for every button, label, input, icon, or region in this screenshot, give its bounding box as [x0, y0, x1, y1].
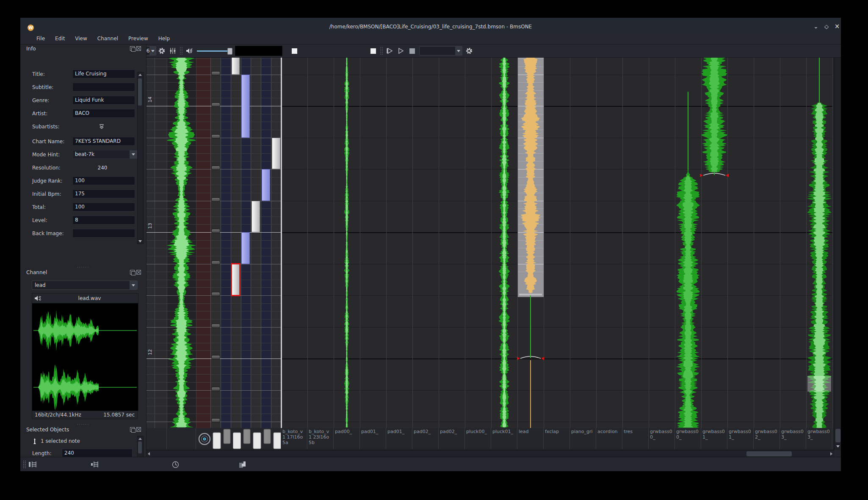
field-input-modehint[interactable]: beat-7k	[72, 150, 138, 159]
beat-pill-note[interactable]	[211, 387, 220, 391]
menu-help[interactable]: Help	[153, 34, 175, 43]
volume-slider-handle[interactable]	[227, 48, 232, 55]
stop-preview-button[interactable]	[289, 46, 299, 56]
note-blue[interactable]	[241, 232, 250, 264]
channel-label-pluck00_[interactable]: pluck00_	[465, 428, 491, 449]
note-white[interactable]	[272, 138, 280, 169]
preview-device-combo[interactable]	[419, 46, 462, 56]
field-input-artist[interactable]: BACO	[72, 109, 135, 118]
key-lane-3[interactable]	[231, 57, 241, 428]
toolbar-drag-handle[interactable]	[23, 460, 26, 469]
measure-view-button[interactable]	[28, 459, 38, 469]
beat-pill-note[interactable]	[211, 418, 220, 422]
channel-label-piano_gri[interactable]: piano_gri	[570, 428, 596, 449]
channel-label-grwbass02_[interactable]: grwbass02_	[754, 428, 780, 449]
info-panel-scrollbar[interactable]	[137, 72, 144, 244]
channel-label-pad02_[interactable]: pad02_	[412, 428, 439, 449]
menu-preview[interactable]: Preview	[123, 34, 153, 43]
beat-pill-note[interactable]	[211, 324, 220, 328]
field-input-chartname[interactable]: 7KEYS STANDARD	[72, 137, 135, 146]
menu-channel[interactable]: Channel	[92, 34, 123, 43]
beat-pill-note[interactable]	[211, 355, 220, 359]
key-lane-5[interactable]	[251, 57, 261, 428]
field-input-title[interactable]: Life Cruising	[72, 69, 135, 78]
grid-settings-button[interactable]	[157, 46, 167, 56]
channel-label-pad02_[interactable]: pad02_	[439, 428, 465, 449]
beat-pill-note[interactable]	[211, 166, 220, 170]
float-panel-icon[interactable]	[130, 46, 135, 51]
channel-label-grwbass03_[interactable]: grwbass03_	[780, 428, 806, 449]
key-lane-7[interactable]	[271, 57, 282, 428]
channel-label-b_koto_v1 23l16o5b[interactable]: b_koto_v1 23l16o5b	[307, 428, 334, 449]
panel-splitter[interactable]: ······	[20, 266, 146, 269]
play-button[interactable]	[396, 46, 406, 56]
channel-label-fxclap[interactable]: fxclap	[544, 428, 570, 449]
note-blue[interactable]	[241, 75, 250, 138]
master-mute-button[interactable]	[185, 46, 195, 56]
channel-label-pad01_[interactable]: pad01_	[360, 428, 386, 449]
channel-label-b_koto_v1 17l16o5a[interactable]: b_koto_v1 17l16o5a	[281, 428, 307, 449]
bga-view-button[interactable]	[237, 459, 247, 469]
field-input-judgerank[interactable]: 100	[72, 176, 135, 185]
vertical-scrollbar[interactable]	[834, 46, 841, 450]
scratch-lane[interactable]	[196, 57, 211, 428]
menu-file[interactable]: File	[31, 34, 50, 43]
lane-layout-button[interactable]	[168, 46, 178, 56]
volume-slider[interactable]	[197, 48, 232, 54]
channel-label-grwbass00_[interactable]: grwbass00_	[675, 428, 701, 449]
subartists-expander[interactable]	[99, 124, 104, 130]
wave-preview[interactable]	[32, 303, 138, 411]
field-input-initialbpm[interactable]: 175	[72, 189, 135, 198]
length-input[interactable]: 240	[62, 449, 133, 457]
close-panel-icon[interactable]	[136, 270, 141, 275]
float-panel-icon[interactable]	[130, 270, 135, 275]
stop-playback-button[interactable]	[407, 46, 417, 56]
channel-label-grwbass01_[interactable]: grwbass01_	[701, 428, 727, 449]
menu-view[interactable]: View	[70, 34, 92, 43]
channel-label-pad01_[interactable]: pad01_	[386, 428, 412, 449]
channel-label-grwbass01_[interactable]: grwbass01_	[727, 428, 754, 449]
float-panel-icon[interactable]	[130, 427, 135, 432]
channel-label-lead[interactable]: lead	[517, 428, 544, 449]
speaker-icon[interactable]	[34, 295, 41, 301]
field-input-subtitle[interactable]	[72, 83, 135, 92]
maximize-button[interactable]: ◇	[823, 23, 830, 30]
beat-pill-note[interactable]	[211, 71, 220, 75]
note-blue[interactable]	[262, 169, 270, 201]
close-button[interactable]: ×	[834, 23, 840, 30]
beat-pill-note[interactable]	[211, 229, 220, 233]
note-white[interactable]	[252, 201, 260, 233]
field-input-genre[interactable]: Liquid Funk	[72, 96, 135, 105]
note-white[interactable]	[232, 57, 240, 75]
close-panel-icon[interactable]	[136, 427, 141, 432]
beat-pill-note[interactable]	[211, 103, 220, 107]
field-input-level[interactable]: 8	[72, 216, 135, 225]
stop-all-button[interactable]	[368, 46, 378, 56]
play-from-here-button[interactable]	[385, 46, 395, 56]
key-lane-1[interactable]	[210, 57, 221, 428]
note-selected[interactable]	[231, 263, 241, 297]
channel-label-grwbass03_[interactable]: grwbass03_	[806, 428, 832, 449]
panel-splitter[interactable]: ······	[20, 423, 146, 426]
key-lane-2[interactable]	[221, 57, 231, 428]
vertical-scrollbar-thumb[interactable]	[835, 429, 840, 442]
time-info-button[interactable]	[170, 459, 180, 469]
field-input-backimage[interactable]	[72, 229, 135, 238]
menu-edit[interactable]: Edit	[50, 34, 70, 43]
lane-view-button[interactable]	[90, 459, 100, 469]
playback-settings-button[interactable]	[464, 46, 474, 56]
channel-label-grwbass00_[interactable]: grwbass00_	[649, 428, 675, 449]
channel-label-tres[interactable]: tres	[622, 428, 649, 449]
horizontal-scrollbar-thumb[interactable]	[746, 451, 792, 456]
beat-pill-note[interactable]	[211, 292, 220, 296]
field-input-total[interactable]: 100	[72, 203, 135, 211]
minimize-button[interactable]: ⌄	[813, 23, 819, 30]
beat-pill-note[interactable]	[211, 134, 220, 139]
beat-pill-note[interactable]	[211, 261, 220, 265]
channel-label-pad00_[interactable]: pad00_	[334, 428, 360, 449]
close-panel-icon[interactable]	[136, 46, 141, 51]
channel-select-combo[interactable]: lead	[32, 281, 138, 290]
beat-pill-note[interactable]	[211, 197, 220, 202]
channel-label-acordion[interactable]: acordion	[596, 428, 622, 449]
channel-label-pluck01_[interactable]: pluck01_	[491, 428, 517, 449]
